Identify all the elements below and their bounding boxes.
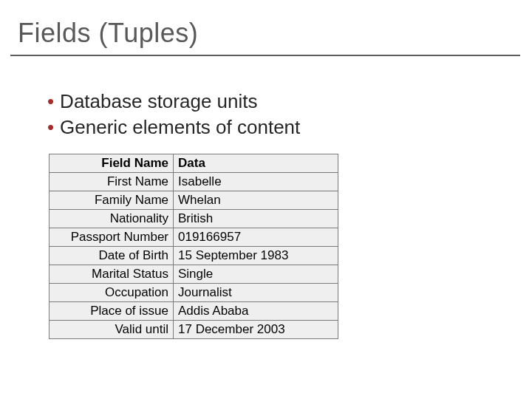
table-row: Place of issue Addis Ababa (50, 302, 338, 321)
bullet-item: • Generic elements of content (47, 115, 300, 140)
table-row: Valid until 17 December 2003 (50, 321, 338, 339)
cell-label: Passport Number (50, 228, 174, 247)
table-row: Occupation Journalist (50, 284, 338, 302)
bullet-item: • Database storage units (47, 89, 300, 115)
title-underline (10, 55, 520, 56)
bullet-text: Database storage units (60, 89, 257, 115)
slide-title: Fields (Tuples) (18, 18, 198, 49)
cell-data: Whelan (174, 191, 338, 210)
cell-data: Isabelle (174, 173, 338, 191)
table-row: First Name Isabelle (50, 173, 338, 191)
cell-label: Date of Birth (50, 247, 174, 265)
table-row: Date of Birth 15 September 1983 (50, 247, 338, 265)
cell-label: Occupation (50, 284, 174, 302)
cell-data: 15 September 1983 (174, 247, 338, 265)
bullet-icon: • (47, 117, 54, 137)
table-row: Passport Number 019166957 (50, 228, 338, 247)
fields-table: Field Name Data First Name Isabelle Fami… (49, 154, 338, 339)
cell-data: Single (174, 265, 338, 284)
cell-label: First Name (50, 173, 174, 191)
cell-data: 019166957 (174, 228, 338, 247)
bullet-icon: • (47, 92, 54, 111)
slide: Fields (Tuples) • Database storage units… (0, 0, 532, 399)
table-row: Nationality British (50, 210, 338, 228)
header-field-name: Field Name (50, 154, 174, 173)
table-row: Marital Status Single (50, 265, 338, 284)
cell-data: 17 December 2003 (174, 321, 338, 339)
header-data: Data (174, 154, 338, 173)
cell-label: Place of issue (50, 302, 174, 321)
cell-label: Marital Status (50, 265, 174, 284)
bullet-list: • Database storage units • Generic eleme… (47, 89, 300, 140)
bullet-text: Generic elements of content (60, 115, 300, 140)
fields-table-wrap: Field Name Data First Name Isabelle Fami… (49, 154, 338, 339)
cell-data: British (174, 210, 338, 228)
cell-data: Journalist (174, 284, 338, 302)
cell-label: Family Name (50, 191, 174, 210)
table-row: Family Name Whelan (50, 191, 338, 210)
cell-label: Nationality (50, 210, 174, 228)
cell-data: Addis Ababa (174, 302, 338, 321)
cell-label: Valid until (50, 321, 174, 339)
table-header-row: Field Name Data (50, 154, 338, 173)
